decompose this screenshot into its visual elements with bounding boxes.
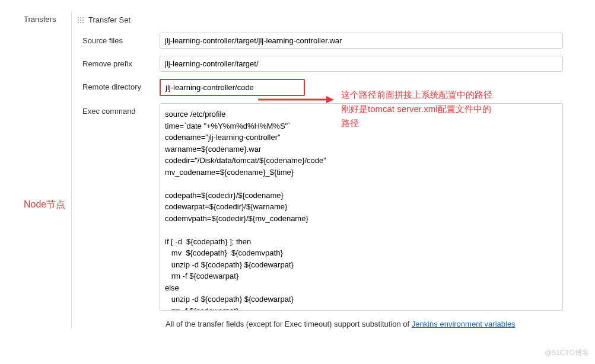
remote-directory-label: Remote directory — [82, 79, 160, 91]
annotation-arrow-icon — [258, 94, 335, 107]
svg-point-0 — [78, 17, 79, 18]
svg-point-3 — [78, 20, 79, 21]
svg-point-8 — [82, 22, 84, 23]
watermark-text: @51CTO博客 — [545, 348, 589, 358]
svg-point-6 — [78, 22, 79, 23]
jenkins-env-vars-link[interactable]: Jenkins environment variables — [412, 320, 516, 328]
source-files-label: Source files — [82, 33, 160, 45]
footer-help-text: All of the transfer fields (except for E… — [166, 320, 595, 328]
drag-handle-icon[interactable] — [77, 16, 85, 24]
annotation-line-2: 刚好是tomcat server.xml配置文件中的 — [341, 102, 492, 116]
exec-command-label: Exec command — [82, 103, 160, 116]
annotation-line-1: 这个路径前面拼接上系统配置中的路径 — [341, 88, 492, 102]
svg-marker-10 — [326, 96, 334, 103]
remove-prefix-label: Remove prefix — [82, 56, 160, 68]
svg-point-5 — [82, 20, 84, 21]
annotation-node-label: Node节点 — [24, 199, 65, 211]
svg-point-2 — [82, 17, 84, 18]
svg-point-7 — [80, 22, 81, 23]
transfer-set-header: Transfer Set — [77, 12, 595, 28]
footer-text-prefix: All of the transfer fields (except for E… — [166, 320, 412, 328]
exec-command-textarea[interactable] — [160, 103, 563, 311]
transfer-set-title: Transfer Set — [88, 15, 131, 24]
svg-point-4 — [80, 20, 81, 21]
annotation-line-3: 路径 — [341, 116, 492, 130]
svg-point-1 — [80, 17, 81, 18]
remove-prefix-input[interactable] — [160, 56, 563, 72]
annotation-red-text: 这个路径前面拼接上系统配置中的路径 刚好是tomcat server.xml配置… — [341, 88, 492, 130]
source-files-input[interactable] — [160, 33, 563, 49]
transfers-section-label: Transfers — [24, 15, 56, 24]
